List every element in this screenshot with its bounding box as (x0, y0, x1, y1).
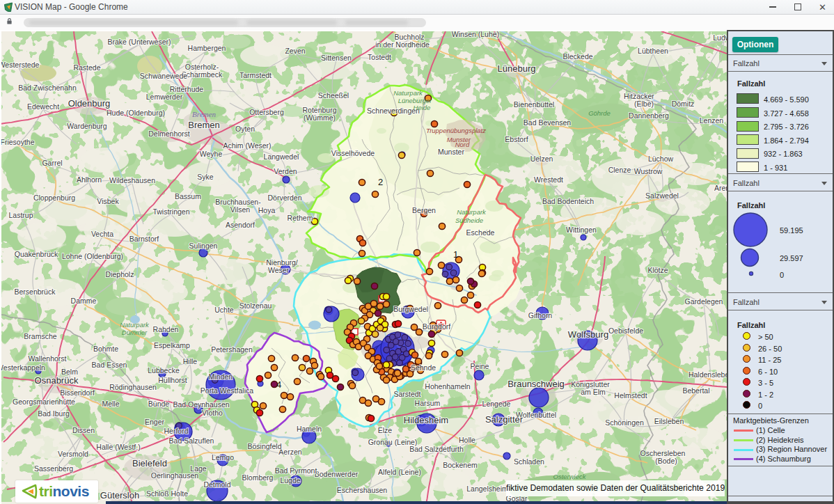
svg-text:Achim (Weser): Achim (Weser) (223, 141, 271, 150)
svg-text:Schloß Holte: Schloß Holte (146, 489, 188, 498)
svg-text:Burgwedel: Burgwedel (393, 305, 428, 313)
svg-text:Bremen: Bremen (192, 110, 216, 118)
svg-text:Uchte: Uchte (214, 306, 234, 314)
svg-text:Sassenberg: Sassenberg (34, 464, 73, 473)
svg-text:Rastede: Rastede (73, 63, 100, 72)
svg-text:Bösingfeld: Bösingfeld (247, 442, 281, 450)
svg-text:Quakenbrück: Quakenbrück (15, 250, 58, 258)
svg-text:Versmold: Versmold (58, 450, 88, 458)
svg-text:Bad Pyrmont: Bad Pyrmont (275, 466, 317, 475)
svg-text:Hohenhameln: Hohenhameln (425, 382, 471, 391)
svg-text:Naturpark: Naturpark (457, 208, 487, 216)
svg-text:Schneverdingen: Schneverdingen (367, 107, 420, 115)
svg-text:Asendorf: Asendorf (226, 221, 255, 229)
svg-text:Delmenhorst: Delmenhorst (148, 129, 190, 138)
svg-text:Vilsen: Vilsen (230, 205, 251, 214)
svg-text:Lüchow: Lüchow (648, 155, 674, 163)
svg-text:Petershagen: Petershagen (211, 345, 253, 354)
svg-text:Uelzen: Uelzen (530, 155, 553, 163)
svg-text:Scharmbeck: Scharmbeck (182, 70, 223, 79)
svg-text:Bad Iburg: Bad Iburg (38, 409, 70, 418)
svg-text:Burgdorf: Burgdorf (423, 322, 450, 331)
svg-text:Syke: Syke (197, 173, 214, 181)
svg-text:Visbek: Visbek (97, 197, 119, 205)
svg-text:Twistringen: Twistringen (152, 207, 189, 216)
svg-text:Holle: Holle (459, 436, 475, 444)
svg-text:Göhrde: Göhrde (588, 109, 611, 117)
svg-text:Halle (Westf.): Halle (Westf.) (96, 443, 140, 451)
svg-text:Langelsheim: Langelsheim (466, 485, 508, 493)
svg-text:Blomberg: Blomberg (242, 473, 274, 482)
svg-text:Bramsche: Bramsche (24, 332, 56, 340)
svg-text:Tostedt: Tostedt (368, 53, 391, 61)
svg-text:Barnstorf: Barnstorf (129, 235, 159, 243)
svg-text:Gütersloh: Gütersloh (100, 490, 139, 501)
svg-text:Dömitz: Dömitz (672, 100, 695, 108)
svg-text:Zeven: Zeven (285, 47, 305, 55)
svg-text:Bünde: Bünde (148, 400, 170, 408)
svg-text:Rethem: Rethem (288, 214, 313, 222)
svg-text:Schwanewede: Schwanewede (140, 72, 187, 80)
svg-text:Espelkamp: Espelkamp (154, 341, 190, 349)
svg-text:Schöningen: Schöningen (605, 418, 644, 427)
svg-text:Bielefeld: Bielefeld (132, 458, 167, 468)
svg-text:Porta Westfalica: Porta Westfalica (200, 386, 253, 395)
svg-text:Hoya: Hoya (258, 206, 276, 214)
svg-text:Vlotho: Vlotho (202, 409, 223, 417)
svg-text:Clenze: Clenze (608, 166, 631, 174)
svg-text:Westerkappeln: Westerkappeln (0, 363, 45, 372)
svg-text:Naturpark: Naturpark (120, 321, 150, 329)
svg-text:Helmstedt: Helmstedt (614, 391, 647, 400)
svg-text:Melle: Melle (102, 400, 119, 408)
svg-text:Diepholz: Diepholz (106, 270, 134, 278)
svg-text:Bersenbrück: Bersenbrück (15, 288, 56, 296)
svg-text:Herford: Herford (164, 427, 188, 435)
svg-text:Truppenübungsplatz: Truppenübungsplatz (426, 127, 486, 134)
svg-text:am Elm: am Elm (581, 388, 606, 396)
svg-text:Eschershausen: Eschershausen (337, 486, 388, 494)
svg-text:Salzgitter: Salzgitter (485, 414, 524, 425)
svg-text:4: 4 (276, 379, 281, 390)
svg-text:Hude (Oldenburg): Hude (Oldenburg) (107, 109, 165, 117)
svg-text:Visselhövede: Visselhövede (331, 149, 375, 157)
svg-text:Bissendorf: Bissendorf (60, 388, 95, 397)
svg-text:Detmold: Detmold (203, 480, 230, 489)
svg-text:Lemgo: Lemgo (212, 453, 234, 462)
svg-text:Wolfsburg: Wolfsburg (568, 329, 608, 340)
svg-text:Lübbecke: Lübbecke (148, 366, 180, 375)
svg-text:Ahlhorn: Ahlhorn (77, 175, 102, 184)
svg-text:Heide: Heide (414, 104, 431, 111)
svg-text:Friesoythe: Friesoythe (0, 138, 34, 146)
svg-text:Lüneburg: Lüneburg (498, 63, 536, 74)
svg-text:Bad Zwischenahn: Bad Zwischenahn (18, 84, 77, 92)
svg-text:Bad Essen: Bad Essen (92, 361, 127, 369)
svg-text:Enger: Enger (145, 418, 165, 426)
svg-text:Eschede: Eschede (466, 228, 495, 237)
svg-text:Bad Oeynhausen: Bad Oeynhausen (173, 400, 229, 409)
svg-text:Bergen: Bergen (412, 206, 436, 214)
svg-text:Bebertal: Bebertal (682, 386, 709, 395)
svg-text:Südheide: Südheide (455, 216, 483, 224)
svg-text:Eilsleben: Eilsleben (654, 417, 684, 425)
svg-text:Damme: Damme (71, 297, 97, 305)
svg-text:1: 1 (453, 249, 458, 260)
svg-text:Bad Bodenteich: Bad Bodenteich (542, 197, 594, 205)
svg-text:Lastrup: Lastrup (8, 211, 33, 219)
svg-text:in der Nordheide: in der Nordheide (375, 40, 430, 49)
svg-text:Gifhorn: Gifhorn (528, 311, 553, 320)
svg-text:Osterwieck: Osterwieck (553, 473, 587, 480)
svg-text:Sarstedt: Sarstedt (393, 390, 420, 398)
svg-text:Bohmte: Bohmte (93, 345, 118, 353)
svg-text:Dannenberg: Dannenberg (629, 111, 669, 120)
svg-text:Hildesheim: Hildesheim (404, 415, 448, 425)
svg-text:Dörverden: Dörverden (267, 194, 301, 202)
svg-text:Sehnde: Sehnde (411, 363, 436, 372)
svg-text:Cloppenburg: Cloppenburg (33, 194, 75, 202)
svg-text:Alfeld (Leine): Alfeld (Leine) (378, 468, 421, 476)
svg-text:Naturpark: Naturpark (393, 89, 423, 97)
svg-text:Garrel: Garrel (42, 159, 62, 167)
svg-text:Sittensen: Sittensen (321, 54, 352, 62)
svg-text:Bad Salzuflen: Bad Salzuflen (169, 436, 214, 445)
svg-text:(Elbe): (Elbe) (634, 100, 654, 108)
svg-text:Dissen: Dissen (72, 426, 95, 434)
